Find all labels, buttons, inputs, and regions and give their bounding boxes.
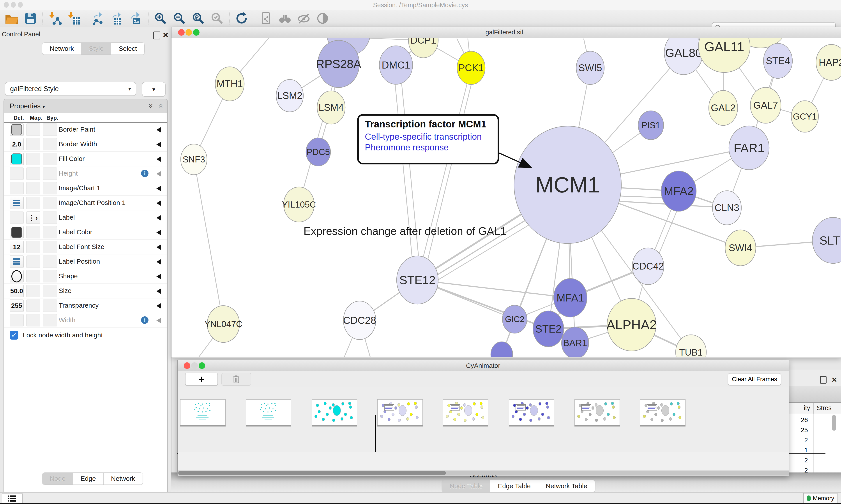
frame-thumbnail-4[interactable] bbox=[443, 399, 488, 425]
property-row-label-position[interactable]: Label Position bbox=[4, 254, 167, 269]
property-row-fill-color[interactable]: Fill Color bbox=[4, 151, 167, 166]
property-row-label[interactable]: ⋮›Label bbox=[4, 210, 167, 225]
property-row-shape[interactable]: Shape bbox=[4, 269, 167, 284]
table-tab-network-table[interactable]: Network Table bbox=[538, 480, 595, 492]
table-cell[interactable]: 2 bbox=[789, 456, 808, 464]
table-cell[interactable]: 26 bbox=[789, 416, 808, 424]
table-scrollbar[interactable] bbox=[832, 415, 836, 431]
property-row-transparency[interactable]: 255Transparency bbox=[4, 298, 167, 313]
table-cell[interactable]: 1 bbox=[789, 446, 808, 454]
minimize-traffic-light[interactable] bbox=[185, 29, 192, 36]
table-cell[interactable]: 2 bbox=[789, 436, 808, 444]
style-combobox[interactable]: galFiltered Style ▾ bbox=[5, 82, 136, 96]
tab-select[interactable]: Select bbox=[111, 43, 145, 55]
frame-thumbnail-0[interactable] bbox=[180, 399, 226, 425]
zoom-in-icon[interactable] bbox=[153, 11, 168, 25]
export-image-icon[interactable] bbox=[129, 11, 143, 25]
zoom-traffic-light[interactable] bbox=[199, 362, 205, 369]
search-binoculars-icon[interactable] bbox=[278, 11, 292, 25]
edge[interactable] bbox=[194, 159, 223, 324]
frame-thumbnail-2[interactable] bbox=[312, 399, 357, 425]
import-table-icon[interactable] bbox=[67, 11, 81, 25]
network-canvas[interactable]: RPS28BRPS28ADMC1DCP1MTH1LSM2LSM4SNF3PDC5… bbox=[172, 38, 841, 357]
close-panel-icon[interactable]: ✕ bbox=[162, 31, 169, 39]
style-options-button[interactable]: ▾ bbox=[142, 82, 165, 97]
import-network-icon[interactable] bbox=[48, 11, 62, 25]
expand-all-icon[interactable]: » bbox=[146, 104, 156, 108]
float-table-panel-icon[interactable] bbox=[820, 376, 826, 383]
annotation-box[interactable]: Transcription factor MCM1 Cell-type-spec… bbox=[357, 114, 499, 164]
panel-tab-node[interactable]: Node bbox=[42, 473, 73, 485]
expand-row-icon[interactable] bbox=[156, 171, 161, 177]
zoom-fit-icon[interactable] bbox=[191, 11, 205, 25]
open-session-icon[interactable] bbox=[4, 11, 19, 25]
property-row-border-paint[interactable]: Border Paint bbox=[4, 122, 167, 137]
property-row-border-width[interactable]: 2.0Border Width bbox=[4, 137, 167, 152]
show-log-button[interactable] bbox=[2, 493, 23, 504]
save-session-icon[interactable] bbox=[23, 11, 38, 25]
network-from-document-icon[interactable] bbox=[259, 11, 273, 25]
close-table-panel-icon[interactable]: ✕ bbox=[831, 376, 837, 384]
expand-row-icon[interactable] bbox=[156, 259, 161, 265]
property-row-image-chart-position-1[interactable]: Image/Chart Position 1 bbox=[4, 196, 167, 211]
refresh-view-icon[interactable] bbox=[234, 11, 249, 25]
memory-button[interactable]: Memory bbox=[803, 493, 838, 504]
network-window-titlebar[interactable]: galFiltered.sif bbox=[172, 27, 841, 38]
hide-details-icon[interactable] bbox=[297, 11, 311, 25]
expand-row-icon[interactable] bbox=[156, 127, 161, 133]
table-cell[interactable]: 25 bbox=[789, 426, 808, 434]
table-tab-node-table[interactable]: Node Table bbox=[442, 480, 490, 492]
expand-row-icon[interactable] bbox=[156, 318, 161, 323]
property-row-height[interactable]: Heighti bbox=[4, 166, 167, 181]
close-traffic-light[interactable] bbox=[178, 29, 185, 36]
add-frame-button[interactable]: + bbox=[185, 373, 218, 386]
show-details-icon[interactable] bbox=[315, 11, 330, 25]
collapse-all-icon[interactable]: » bbox=[156, 104, 165, 108]
expand-row-icon[interactable] bbox=[156, 215, 161, 221]
edge[interactable] bbox=[393, 66, 414, 278]
expand-row-icon[interactable] bbox=[156, 156, 161, 162]
cyanimator-scrollbar[interactable] bbox=[178, 470, 789, 475]
clear-all-frames-button[interactable]: Clear All Frames bbox=[728, 373, 781, 385]
export-network-icon[interactable] bbox=[91, 11, 106, 25]
annotation-link[interactable]: Cell-type-specific transcription bbox=[365, 132, 496, 142]
close-traffic-light[interactable] bbox=[184, 362, 190, 369]
zoom-out-icon[interactable] bbox=[172, 11, 186, 25]
expand-row-icon[interactable] bbox=[156, 244, 161, 250]
expand-row-icon[interactable] bbox=[156, 274, 161, 280]
panel-tab-network[interactable]: Network bbox=[104, 473, 143, 485]
expand-row-icon[interactable] bbox=[156, 303, 161, 309]
edge[interactable] bbox=[400, 66, 421, 279]
scrollbar-thumb[interactable] bbox=[178, 471, 446, 475]
property-row-label-color[interactable]: Label Color bbox=[4, 225, 167, 240]
panel-tab-edge[interactable]: Edge bbox=[73, 473, 104, 485]
tab-style[interactable]: Style bbox=[82, 43, 111, 55]
frame-thumbnail-5[interactable] bbox=[509, 399, 554, 425]
float-panel-icon[interactable] bbox=[153, 32, 160, 39]
info-icon[interactable]: i bbox=[141, 170, 148, 177]
lock-size-checkbox[interactable]: ✓ bbox=[10, 331, 18, 340]
frame-thumbnail-3[interactable] bbox=[377, 399, 423, 425]
delete-frame-button[interactable] bbox=[221, 373, 251, 386]
frame-thumbnail-6[interactable] bbox=[574, 399, 620, 425]
minimize-traffic-light[interactable] bbox=[191, 362, 198, 369]
annotation-link[interactable]: Pheromone response bbox=[365, 143, 496, 152]
export-table-icon[interactable] bbox=[110, 11, 124, 25]
tab-network[interactable]: Network bbox=[42, 43, 82, 55]
property-row-label-font-size[interactable]: 12Label Font Size bbox=[4, 239, 167, 254]
expand-row-icon[interactable] bbox=[156, 186, 161, 191]
column-header-ity[interactable]: ity bbox=[789, 404, 810, 412]
frame-thumbnail-1[interactable] bbox=[246, 399, 291, 425]
frame-thumbnail-7[interactable] bbox=[640, 399, 685, 425]
expand-row-icon[interactable] bbox=[156, 288, 161, 294]
cyanimator-titlebar[interactable]: CyAnimator bbox=[178, 360, 789, 371]
zoom-traffic-light[interactable] bbox=[193, 29, 199, 36]
zoom-selected-icon[interactable] bbox=[210, 11, 224, 25]
property-row-width[interactable]: Widthi bbox=[4, 313, 167, 328]
table-tab-edge-table[interactable]: Edge Table bbox=[490, 480, 538, 492]
column-header-stress[interactable]: Stres bbox=[817, 404, 831, 412]
timeline-playhead[interactable] bbox=[375, 415, 376, 454]
expand-row-icon[interactable] bbox=[156, 142, 161, 147]
property-row-size[interactable]: 50.0Size bbox=[4, 284, 167, 299]
property-row-image-chart-1[interactable]: Image/Chart 1 bbox=[4, 181, 167, 196]
